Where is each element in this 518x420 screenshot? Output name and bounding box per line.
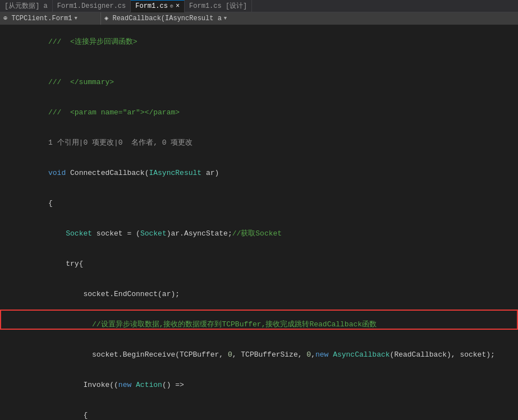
code-token: socket.BeginReceive(TCPBuffer, (57, 350, 228, 359)
method-dropdown[interactable]: ◈ ReadCallback(IAsyncResult a ▼ (101, 12, 518, 25)
code-token: Action (136, 381, 162, 389)
code-token: /// <param name="ar"></param> (48, 108, 180, 117)
code-token: IAsyncResult (149, 169, 201, 177)
editor-wrap: /// <连接异步回调函数> /// </summary> /// <param… (0, 25, 518, 420)
code-token: void (48, 169, 66, 177)
code-token: /// </summary> (48, 78, 114, 86)
code-token: Socket (140, 229, 167, 238)
code-token: //获取Socket (232, 229, 282, 238)
code-token: (ReadCallback), socket); (390, 350, 495, 359)
code-token: 0 (228, 350, 232, 359)
class-dropdown[interactable]: ⊕ TCPClient.Form1 ▼ (0, 12, 101, 25)
tab-form1-cs[interactable]: Form1.cs ⊕ × (131, 0, 185, 12)
highlighted-beginreceive-line: socket.BeginReceive(TCPBuffer, 0, TCPBuf… (0, 340, 518, 370)
code-line: try{ (0, 249, 518, 279)
class-dropdown-chevron: ▼ (74, 16, 77, 21)
code-line (0, 57, 518, 67)
code-token: { (48, 411, 88, 419)
tab-form1-designer[interactable]: Form1.Designer.cs (53, 0, 131, 12)
code-token: socket.EndConnect(ar); (48, 290, 180, 298)
tab-label-form1-designer: Form1.Designer.cs (57, 2, 126, 10)
code-token: ConnectedCallback( (66, 169, 149, 177)
code-token: Invoke(( (48, 381, 118, 389)
code-line: Socket socket = (Socket)ar.AsyncState;//… (0, 219, 518, 249)
code-line: socket.EndConnect(ar); (0, 279, 518, 310)
code-token: AsyncCallback (333, 350, 389, 359)
code-token: 0 (306, 350, 311, 359)
tab-label-form1-cs2: × (176, 2, 180, 10)
code-token: Socket (66, 229, 92, 238)
line-content: /// <连接异步回调函数> (0, 27, 518, 57)
code-token: () => (162, 381, 184, 389)
code-line: Invoke((new Action() => (0, 370, 518, 400)
code-token (328, 350, 333, 359)
tab-from-data[interactable]: [从元数据] a (0, 0, 53, 12)
code-token: /// <连接异步回调函数> (48, 38, 137, 46)
ide-window: [从元数据] a Form1.Designer.cs Form1.cs ⊕ × … (0, 0, 518, 420)
code-token: )ar.AsyncState; (167, 229, 232, 238)
code-token: socket = ( (92, 229, 140, 238)
code-token (48, 229, 66, 238)
method-dropdown-chevron: ▼ (224, 16, 227, 21)
dropdown-bar: ⊕ TCPClient.Form1 ▼ ◈ ReadCallback(IAsyn… (0, 12, 518, 25)
code-token: , TCPBufferSize, (232, 350, 307, 359)
class-dropdown-label: ⊕ TCPClient.Form1 (3, 14, 72, 22)
code-token (131, 381, 136, 389)
code-line: { (0, 400, 518, 420)
tab-label-from-data: [从元数据] a (4, 1, 48, 11)
code-line: { (0, 188, 518, 219)
code-token: , (311, 350, 315, 359)
highlight-section: //设置异步读取数据,接收的数据缓存到TCPBuffer,接收完成跳转ReadC… (0, 310, 518, 370)
code-token: ar) (201, 169, 219, 177)
method-dropdown-label: ◈ ReadCallback(IAsyncResult a (104, 14, 222, 22)
tab-bar: [从元数据] a Form1.Designer.cs Form1.cs ⊕ × … (0, 0, 518, 12)
code-token: try{ (48, 260, 83, 268)
code-line: 1 个引用|0 项更改|0 名作者, 0 项更改 (0, 128, 518, 158)
code-token: //设置异步读取数据,接收的数据缓存到TCPBuffer,接收完成跳转ReadC… (57, 320, 377, 329)
code-line: /// <连接异步回调函数> (0, 27, 518, 57)
code-line: /// </summary> (0, 67, 518, 98)
code-token: { (48, 199, 53, 207)
code-token: new (315, 350, 328, 359)
code-line: /// <param name="ar"></param> (0, 98, 518, 128)
code-token: 1 个引用|0 项更改|0 名作者, 0 项更改 (48, 139, 192, 147)
code-token: new (118, 381, 131, 389)
code-line: void ConnectedCallback(IAsyncResult ar) (0, 158, 518, 188)
tab-label-form1-design: Form1.cs [设计] (189, 1, 247, 11)
tab-form1-design[interactable]: Form1.cs [设计] (185, 0, 252, 12)
code-editor[interactable]: /// <连接异步回调函数> /// </summary> /// <param… (0, 25, 518, 420)
tab-close-form1-cs[interactable]: ⊕ (170, 3, 173, 10)
highlighted-comment-line: //设置异步读取数据,接收的数据缓存到TCPBuffer,接收完成跳转ReadC… (0, 310, 518, 340)
tab-label-form1-cs: Form1.cs (135, 2, 168, 10)
